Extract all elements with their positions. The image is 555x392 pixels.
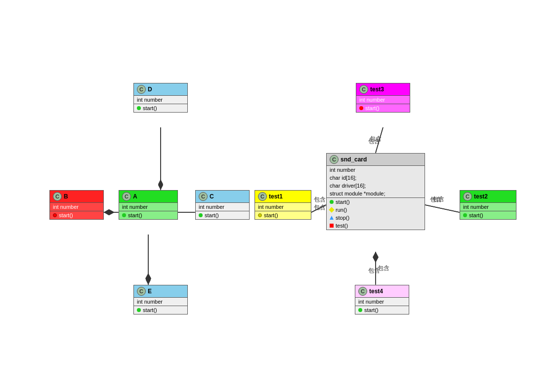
method-label-snd_card-1: run() [336,207,347,213]
class-box-D: C D int number start() [133,83,188,113]
class-box-snd_card: C snd_card int number char id[16]; char … [326,153,425,230]
methods-test4: start() [355,306,409,314]
dot-C-0 [199,213,203,217]
circle-A: C [122,192,131,201]
svg-line-9 [425,205,460,212]
fields-test1: int number [255,202,311,211]
svg-marker-11 [373,252,378,262]
class-box-A: C A int number start() [119,190,178,220]
fields-test4: int number [355,297,409,306]
method-test1-0: start() [255,211,311,219]
dot-test1-0 [258,213,262,217]
field-test2-0: int number [460,203,516,211]
title-A: A [133,193,137,200]
method-snd_card-3: test() [327,222,425,230]
class-box-test2: C test2 int number start() [460,190,516,220]
fields-snd_card: int number char id[16]; char driver[16];… [327,165,425,197]
class-box-test1: C test1 int number start() [255,190,311,220]
method-B-0: start() [50,211,103,219]
method-label-test1-0: start() [264,212,278,218]
methods-D: start() [134,104,187,112]
class-box-C: C C int number start() [195,190,250,220]
title-test1: test1 [269,193,283,200]
fields-C: int number [196,202,249,211]
circle-E: C [137,287,146,296]
svg-marker-18 [145,273,151,284]
field-test1-0: int number [255,203,311,211]
method-test4-0: start() [355,306,409,314]
header-test3: C test3 [356,83,410,95]
class-box-test4: C test4 int number start() [355,285,409,314]
header-E: C E [134,285,187,297]
method-label-B-0: start() [59,212,73,218]
field-snd_card-2: char driver[16]; [327,182,425,190]
field-C-0: int number [196,203,249,211]
header-C: C C [196,191,249,202]
circle-test1: C [258,192,267,201]
circle-snd_card: C [330,155,339,164]
title-snd_card: snd_card [341,156,367,163]
method-test3-0: start() [356,104,410,112]
header-D: C D [134,83,187,95]
field-B-0: int number [50,203,103,211]
svg-marker-13 [158,179,163,189]
diagram-container: 包含 包含 包含 包含 C D int number start() C B i… [0,0,555,392]
title-E: E [148,288,152,295]
field-D-0: int number [134,96,187,104]
method-label-D-0: start() [143,105,157,111]
method-label-C-0: start() [205,212,219,218]
label-baohan4: 包含 [368,267,380,275]
class-box-E: C E int number start() [133,285,188,314]
title-test3: test3 [370,86,384,93]
svg-marker-6 [146,275,151,285]
svg-text:包含: 包含 [314,196,326,203]
methods-C: start() [196,211,249,219]
svg-marker-26 [373,252,379,263]
method-label-snd_card-2: stop() [336,215,349,221]
class-box-B: C B int number start() [49,190,104,220]
method-label-snd_card-3: test() [336,223,348,229]
method-label-test4-0: start() [364,307,379,313]
dot-test2-0 [463,213,467,217]
circle-D: C [137,85,146,94]
method-label-snd_card-0: start() [336,199,350,205]
fields-D: int number [134,95,187,104]
circle-test2: C [463,192,472,201]
circle-B: C [53,192,62,201]
method-snd_card-0: start() [327,198,425,206]
methods-test2: start() [460,211,516,219]
circle-C: C [199,192,208,201]
method-label-E-0: start() [143,307,157,313]
fields-test2: int number [460,202,516,211]
title-B: B [64,193,68,200]
methods-A: start() [119,211,177,219]
title-test2: test2 [474,193,488,200]
title-C: C [210,193,214,200]
method-label-test3-0: start() [365,105,380,111]
dot-test3-0 [359,106,363,110]
dot-snd_card-0 [330,200,334,204]
dot-B-0 [53,213,57,217]
header-test2: C test2 [460,191,516,202]
header-A: C A [119,191,177,202]
fields-E: int number [134,297,187,306]
header-test1: C test1 [255,191,311,202]
method-E-0: start() [134,306,187,314]
method-snd_card-1: run() [327,206,425,214]
method-snd_card-2: stop() [327,214,425,222]
method-label-test2-0: start() [469,212,483,218]
header-test4: C test4 [355,285,409,297]
label-baohan2: 包含 [432,195,444,203]
method-C-0: start() [196,211,249,219]
method-D-0: start() [134,104,187,112]
method-label-A-0: start() [128,212,142,218]
square-snd_card-3 [330,224,334,228]
field-snd_card-1: char id[16]; [327,174,425,182]
diamond-snd_card-1 [329,207,334,212]
dot-test4-0 [358,308,362,312]
method-test2-0: start() [460,211,516,219]
svg-marker-15 [104,209,115,215]
method-A-0: start() [119,211,177,219]
svg-line-23 [425,205,459,212]
circle-test3: C [359,85,368,94]
